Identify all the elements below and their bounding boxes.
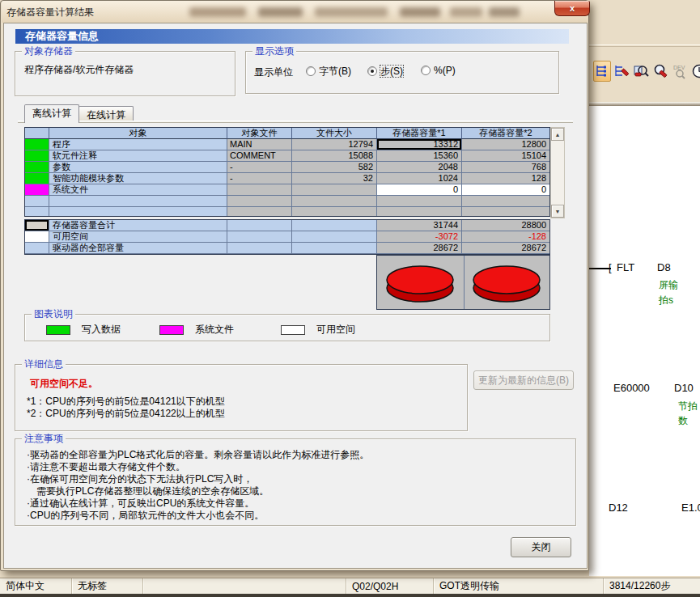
ladder-rung-line xyxy=(589,268,611,269)
device-comment: 屏输 xyxy=(659,278,678,292)
table-row[interactable]: 参数 - 582 2048 768 xyxy=(25,162,549,173)
display-options-group: 显示选项 显示单位 字节(B) 步(S) %(P) xyxy=(245,51,559,94)
usage-charts xyxy=(376,255,550,310)
details-group: 详细信息 可用空间不足。 *1：CPU的序列号的前5位是04121以下的机型 *… xyxy=(15,364,468,431)
memory-usage-pie-2 xyxy=(464,256,550,309)
cautions-group-label: 注意事项 xyxy=(22,433,66,444)
legend-green-swatch xyxy=(46,325,70,335)
display-unit-label: 显示单位 xyxy=(254,66,293,79)
status-steps: 3814/12260步 xyxy=(603,578,700,594)
redacted-title-text xyxy=(189,4,520,20)
clock-icon[interactable] xyxy=(690,61,700,82)
ladder-edit-icon[interactable] xyxy=(613,61,630,82)
legend-item-system: 系统文件 xyxy=(159,323,234,337)
col-header-object[interactable]: 对象 xyxy=(49,128,227,139)
memory-usage-pie-1 xyxy=(377,256,464,309)
screen: DEV [ FLT D8 屏输 拍s E60000 D10 节拍 数 D12 E… xyxy=(0,0,700,597)
refresh-info-button: 更新为最新的信息(B) xyxy=(473,370,574,390)
legend-magenta-swatch xyxy=(159,325,184,335)
scroll-up-icon[interactable]: ▲ xyxy=(551,128,564,141)
ladder-operand-d10[interactable]: D10 xyxy=(674,382,694,394)
table-row[interactable]: 软元件注释 COMMENT 15088 15360 15104 xyxy=(25,150,549,162)
table-filler-row xyxy=(25,207,549,216)
table-row[interactable]: 系统文件 0 0 xyxy=(25,184,549,196)
ladder-monitor-icon[interactable] xyxy=(593,61,611,82)
insufficient-space-warning: 可用空间不足。 xyxy=(30,377,98,391)
device-comment: 节拍 xyxy=(678,400,698,413)
cpu-serial-note-1: *1：CPU的序列号的前5位是04121以下的机型 xyxy=(27,396,225,408)
close-button[interactable]: 关闭 xyxy=(511,537,571,557)
status-bar: 简体中文 无标签 Q02/Q02H GOT透明传输 3814/12260步 xyxy=(0,578,700,594)
swatch-cell xyxy=(25,196,49,207)
ladder-instruction-flt[interactable]: FLT xyxy=(617,261,634,273)
tab-baseline xyxy=(18,121,573,123)
swatch-cell-selected[interactable] xyxy=(25,220,49,231)
background-toolbar: DEV xyxy=(593,58,700,84)
table-row[interactable]: 智能功能模块参数 - 32 1024 128 xyxy=(25,173,549,184)
device-comment: 拍s xyxy=(659,294,673,307)
table-row[interactable] xyxy=(25,196,549,207)
col-header-swatch xyxy=(25,128,49,139)
capacity-table: 对象 对象文件 文件大小 存储器容量*1 存储器容量*2 程序 MAIN 127… xyxy=(24,127,550,217)
ladder-operand-e10[interactable]: E1.0 xyxy=(681,502,700,514)
swatch-cell xyxy=(25,231,49,243)
caution-line: ·驱动器的全部容量为PLC格式化后的容量。剩余容量请以此作为标准进行参照。 xyxy=(27,449,369,461)
table-header-row: 对象 对象文件 文件大小 存储器容量*1 存储器容量*2 xyxy=(25,128,549,139)
radio-percent[interactable]: %(P) xyxy=(421,65,456,76)
device-batch-monitor-icon: DEV xyxy=(671,61,689,82)
device-search-icon[interactable] xyxy=(632,61,650,82)
swatch-cell xyxy=(25,173,49,184)
swatch-cell xyxy=(25,184,49,196)
swatch-cell xyxy=(25,243,49,254)
device-edit-search-icon[interactable] xyxy=(651,61,669,82)
radio-circle-icon xyxy=(367,66,377,76)
svg-text:DEV: DEV xyxy=(673,65,685,70)
details-group-label: 详细信息 xyxy=(22,358,66,370)
caution-line: 需要执行PLC存储器整理以确保连续的空余存储区域。 xyxy=(27,485,269,498)
ladder-operand-d12[interactable]: D12 xyxy=(609,502,628,514)
col-header-file[interactable]: 对象文件 xyxy=(227,128,292,139)
close-icon[interactable]: x xyxy=(554,1,590,16)
col-header-cap2[interactable]: 存储器容量*2 xyxy=(462,128,549,139)
selected-cell[interactable]: 13312 xyxy=(377,139,462,150)
table-scrollbar[interactable]: ▲ ▼ xyxy=(550,127,565,218)
main-window-edge xyxy=(589,44,700,47)
radio-steps[interactable]: 步(S) xyxy=(367,65,403,78)
cautions-group: 注意事项 ·驱动器的全部容量为PLC格式化后的容量。剩余容量请以此作为标准进行参… xyxy=(15,438,576,526)
device-comment: 数 xyxy=(678,414,688,428)
summary-row[interactable]: 驱动器的全部容量 28672 28672 xyxy=(25,243,549,254)
status-empty xyxy=(142,578,346,594)
col-header-size[interactable]: 文件大小 xyxy=(292,128,377,139)
ladder-instruction-bracket: [ xyxy=(609,261,612,273)
taskbar-edge xyxy=(0,594,700,597)
summary-table: 存储器容量合计 31744 28800 可用空间 -3072 -128 驱动器的… xyxy=(24,219,550,255)
swatch-cell xyxy=(25,139,49,150)
status-label: 无标签 xyxy=(71,578,142,594)
legend-white-swatch xyxy=(281,325,305,335)
radio-bytes[interactable]: 字节(B) xyxy=(306,65,351,78)
summary-row[interactable]: 可用空间 -3072 -128 xyxy=(25,231,549,243)
ladder-operand-d8[interactable]: D8 xyxy=(657,261,671,273)
dialog-titlebar[interactable]: 存储器容量计算结果 x xyxy=(2,1,588,23)
tab-offline-calc[interactable]: 离线计算 xyxy=(24,104,79,123)
legend-group: 图表说明 写入数据 系统文件 可用空间 xyxy=(24,314,550,341)
cpu-serial-note-2: *2：CPU的序列号的前5位是04122以上的机型 xyxy=(27,408,225,420)
status-connection: GOT透明传输 xyxy=(433,578,603,594)
dialog-title: 存储器容量计算结果 xyxy=(6,6,94,19)
radio-circle-icon xyxy=(306,66,316,76)
table-row[interactable]: 程序 MAIN 12794 13312 12800 xyxy=(25,139,549,150)
status-language: 简体中文 xyxy=(0,578,71,594)
memory-capacity-dialog: 存储器容量计算结果 x 存储器容量信息 对象存储器 程序存储器/软元件存储器 显… xyxy=(0,0,589,571)
scroll-down-icon[interactable]: ▼ xyxy=(551,205,564,218)
caution-line: ·请注意不要超出最大存储文件个数。 xyxy=(27,461,185,473)
summary-row[interactable]: 存储器容量合计 31744 28800 xyxy=(25,220,549,231)
section-header: 存储器容量信息 xyxy=(15,29,569,44)
radio-circle-icon xyxy=(421,66,431,75)
swatch-cell xyxy=(25,150,49,162)
col-header-cap1[interactable]: 存储器容量*1 xyxy=(377,128,462,139)
target-memory-group-label: 对象存储器 xyxy=(22,45,75,57)
caution-line: ·在确保可用空间充分的状态下无法执行PLC写入时， xyxy=(27,473,252,485)
tab-online-calc[interactable]: 在线计算 xyxy=(78,106,134,121)
display-options-group-label: 显示选项 xyxy=(252,45,296,57)
ladder-operand-e60000[interactable]: E60000 xyxy=(613,382,650,394)
